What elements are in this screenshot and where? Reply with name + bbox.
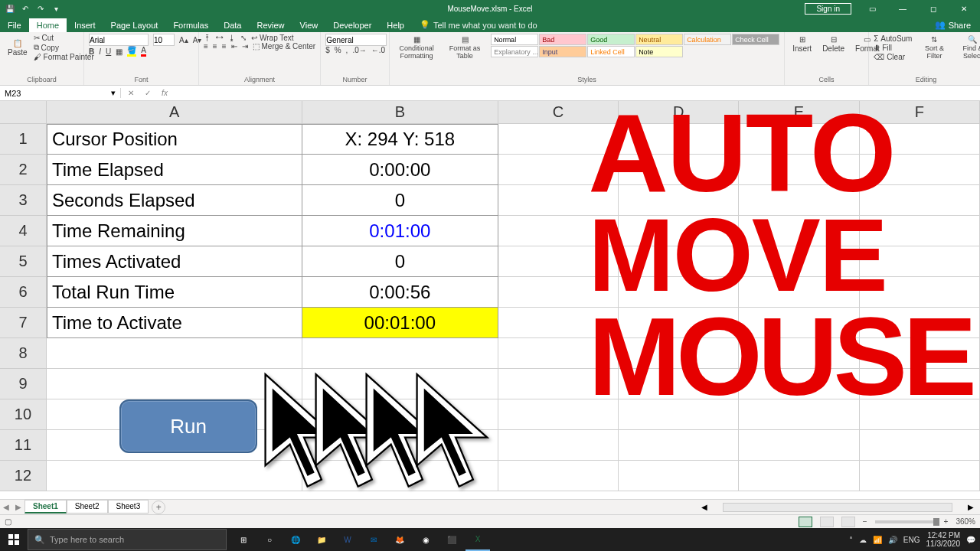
start-button[interactable]	[0, 528, 28, 551]
find-select-button[interactable]: 🔍Find & Select	[956, 34, 980, 61]
zoom-level[interactable]: 360%	[956, 517, 975, 526]
tray-expand-icon[interactable]: ˄	[849, 536, 853, 544]
comma-icon[interactable]: ,	[346, 46, 348, 54]
tab-page-layout[interactable]: Page Layout	[103, 18, 166, 32]
cell-E7[interactable]	[739, 308, 859, 338]
scroll-left-icon[interactable]: ◀	[701, 503, 707, 511]
cell-D1[interactable]	[619, 124, 739, 155]
cell-D3[interactable]	[619, 185, 739, 216]
cell-style-note[interactable]: Note	[635, 46, 683, 57]
cell-B2[interactable]: 0:00:00	[302, 155, 498, 185]
page-break-view-icon[interactable]	[841, 517, 855, 527]
qat-customize-icon[interactable]: ▾	[51, 3, 61, 14]
cell-A2[interactable]: Time Elapsed	[47, 155, 302, 185]
tab-home[interactable]: Home	[29, 18, 67, 32]
autosum-button[interactable]: ΣAutoSum	[874, 34, 912, 43]
align-top-icon[interactable]: ⭱	[204, 34, 211, 42]
cell-E8[interactable]	[739, 338, 859, 369]
align-middle-icon[interactable]: ⭤	[216, 34, 224, 42]
cell-A3[interactable]: Seconds Elapsed	[47, 185, 302, 216]
cell-styles-gallery[interactable]: NormalBadGoodNeutralCalculationCheck Cel…	[491, 34, 779, 57]
row-header-11[interactable]: 11	[0, 430, 47, 461]
cell-style-check-cell[interactable]: Check Cell	[732, 34, 779, 45]
cell-style-input[interactable]: Input	[539, 46, 586, 57]
signin-button[interactable]: Sign in	[805, 3, 851, 15]
cell-F1[interactable]	[860, 124, 980, 155]
cell-F6[interactable]	[860, 277, 980, 308]
clock[interactable]: 12:42 PM 11/3/2020	[926, 531, 961, 548]
formula-input[interactable]	[176, 87, 975, 99]
cell-E6[interactable]	[739, 277, 859, 308]
cell-F10[interactable]	[860, 399, 980, 430]
tab-help[interactable]: Help	[379, 18, 412, 32]
increase-font-icon[interactable]: A▴	[179, 36, 188, 44]
cell-F11[interactable]	[860, 430, 980, 461]
cell-D10[interactable]	[619, 399, 739, 430]
row-header-9[interactable]: 9	[0, 369, 47, 399]
underline-button[interactable]: U	[106, 47, 111, 56]
cell-B8[interactable]	[302, 338, 498, 369]
align-bottom-icon[interactable]: ⭳	[228, 34, 236, 42]
ribbon-display-icon[interactable]: ▭	[858, 0, 887, 17]
tab-review[interactable]: Review	[249, 18, 292, 32]
sheet-tab-sheet3[interactable]: Sheet3	[108, 500, 149, 514]
column-header-F[interactable]: F	[860, 101, 980, 123]
cell-D12[interactable]	[619, 461, 739, 491]
cell-F3[interactable]	[860, 185, 980, 216]
cell-A12[interactable]	[47, 461, 302, 491]
cell-F4[interactable]	[860, 216, 980, 246]
row-header-5[interactable]: 5	[0, 246, 47, 277]
cell-B3[interactable]: 0	[302, 185, 498, 216]
firefox-icon[interactable]: 🦊	[387, 528, 412, 551]
cell-D5[interactable]	[619, 246, 739, 277]
column-header-D[interactable]: D	[619, 101, 739, 123]
normal-view-icon[interactable]	[799, 517, 812, 527]
cell-style-explanatory-[interactable]: Explanatory ...	[491, 46, 538, 57]
paste-button[interactable]: 📋 Paste	[5, 37, 31, 58]
cell-A6[interactable]: Total Run Time	[47, 277, 302, 308]
fill-button[interactable]: ⬇Fill	[874, 44, 912, 52]
network-icon[interactable]: 📶	[873, 536, 882, 544]
tab-file[interactable]: File	[0, 18, 29, 32]
tab-view[interactable]: View	[292, 18, 326, 32]
indent-dec-icon[interactable]: ⇤	[231, 42, 237, 51]
cell-style-bad[interactable]: Bad	[539, 34, 586, 45]
fx-icon[interactable]: fx	[159, 89, 170, 97]
row-header-8[interactable]: 8	[0, 338, 47, 369]
cell-C2[interactable]	[498, 155, 619, 185]
clear-button[interactable]: ⌫Clear	[874, 53, 912, 61]
redo-icon[interactable]: ↷	[35, 3, 46, 14]
font-name-input[interactable]	[89, 34, 149, 46]
share-button[interactable]: 👥 Share	[926, 18, 980, 32]
column-header-C[interactable]: C	[498, 101, 619, 123]
dec-decimal-icon[interactable]: ←.0	[371, 46, 385, 54]
row-header-2[interactable]: 2	[0, 155, 47, 185]
page-layout-view-icon[interactable]	[820, 517, 834, 527]
cell-style-neutral[interactable]: Neutral	[635, 34, 683, 45]
fill-color-icon[interactable]: 🪣	[127, 46, 136, 57]
row-header-7[interactable]: 7	[0, 308, 47, 338]
undo-icon[interactable]: ↶	[20, 3, 31, 14]
percent-icon[interactable]: %	[335, 46, 341, 54]
cancel-formula-icon[interactable]: ✕	[126, 89, 136, 97]
cell-F9[interactable]	[860, 369, 980, 399]
tab-developer[interactable]: Developer	[325, 18, 379, 32]
onedrive-icon[interactable]: ☁	[859, 536, 867, 544]
font-color-icon[interactable]: A	[141, 46, 146, 57]
font-size-input[interactable]	[153, 34, 175, 46]
bold-button[interactable]: B	[89, 47, 94, 56]
tell-me-search[interactable]: 💡 Tell me what you want to do	[412, 18, 545, 32]
cell-style-calculation[interactable]: Calculation	[684, 34, 731, 45]
tab-formulas[interactable]: Formulas	[165, 18, 216, 32]
explorer-icon[interactable]: 📁	[309, 528, 334, 551]
save-icon[interactable]: 💾	[5, 3, 15, 14]
tab-data[interactable]: Data	[216, 18, 249, 32]
zoom-slider[interactable]	[875, 520, 936, 523]
language-indicator[interactable]: ENG	[903, 536, 920, 544]
cell-E2[interactable]	[739, 155, 859, 185]
cell-E11[interactable]	[739, 430, 859, 461]
zoom-in-icon[interactable]: +	[944, 517, 949, 526]
inc-decimal-icon[interactable]: .0→	[352, 46, 366, 54]
sort-filter-button[interactable]: ⇅Sort & Filter	[918, 34, 950, 61]
maximize-icon[interactable]: ◻	[919, 0, 948, 17]
